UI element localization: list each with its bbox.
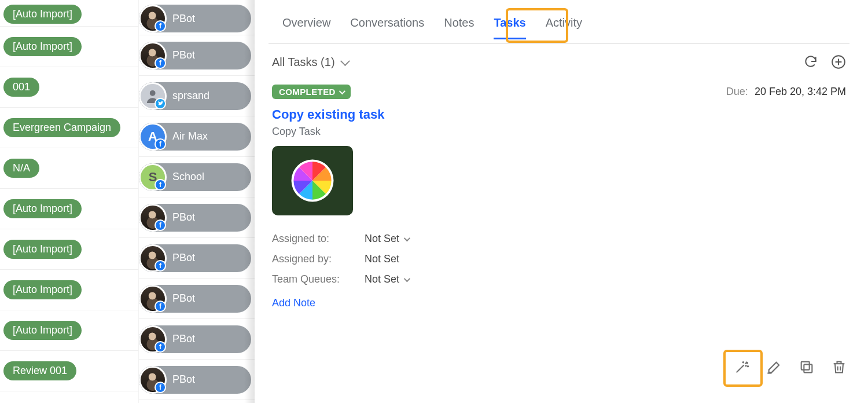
add-task-button[interactable]	[831, 54, 846, 69]
contact-label: PBot	[172, 49, 195, 61]
contact-label: Air Max	[172, 130, 208, 142]
contact-row[interactable]: sprsand	[139, 76, 255, 116]
plus-circle-icon	[831, 54, 846, 69]
contact-pill: fPBot	[139, 366, 251, 394]
due-label: Due:	[726, 86, 748, 97]
facebook-badge-icon: f	[155, 219, 166, 231]
tag-row[interactable]: Review 001	[0, 351, 138, 391]
facebook-badge-icon: f	[155, 301, 166, 312]
contact-pill: AfAir Max	[139, 123, 251, 151]
copy-button[interactable]	[799, 359, 815, 375]
add-note-link[interactable]: Add Note	[272, 297, 846, 309]
contact-label: PBot	[172, 333, 195, 345]
tag-row[interactable]: Evergreen Campaign	[0, 108, 138, 148]
tag-row[interactable]: [Auto Import]	[0, 270, 138, 310]
svg-rect-7	[804, 364, 812, 372]
avatar: f	[139, 325, 167, 353]
tag-row[interactable]: 001	[0, 67, 138, 108]
assigned-to-dropdown[interactable]: Not Set	[365, 233, 846, 245]
contact-pill: sprsand	[139, 82, 251, 110]
task-actions	[734, 359, 847, 375]
due-value: 20 Feb 20, 3:42 PM	[755, 86, 846, 97]
tab-activity[interactable]: Activity	[546, 16, 582, 39]
tag-pill: Review 001	[3, 361, 76, 380]
tag-pill: Evergreen Campaign	[3, 118, 120, 137]
contact-row[interactable]: fPBot	[139, 360, 255, 400]
avatar: f	[139, 366, 167, 394]
chevron-down-icon	[404, 275, 410, 281]
contact-row[interactable]: fPBot	[139, 279, 255, 319]
contact-row[interactable]: fPBot	[139, 319, 255, 360]
tag-pill: [Auto Import]	[3, 37, 82, 56]
task-status-dropdown[interactable]: COMPLETED	[272, 85, 351, 99]
tasks-filter-label: All Tasks (1)	[272, 56, 335, 69]
avatar: f	[139, 285, 167, 313]
facebook-badge-icon: f	[155, 138, 166, 150]
contact-pill: fPBot	[139, 5, 251, 32]
task-thumbnail[interactable]	[272, 146, 353, 215]
citrus-icon	[280, 153, 345, 208]
contact-label: PBot	[172, 13, 195, 25]
tags-column: [Auto Import][Auto Import]001Evergreen C…	[0, 0, 139, 403]
delete-button[interactable]	[831, 359, 847, 375]
tag-pill: [Auto Import]	[3, 5, 82, 24]
contact-row[interactable]: AfAir Max	[139, 116, 255, 157]
facebook-badge-icon: f	[155, 341, 166, 353]
tag-row[interactable]: N/A	[0, 148, 138, 189]
tasks-toolbar: All Tasks (1)	[269, 44, 849, 80]
task-detail-pane: Overview Conversations Notes Tasks Activ…	[255, 0, 868, 403]
tasks-filter-dropdown[interactable]: All Tasks (1)	[272, 56, 348, 69]
tag-pill: N/A	[3, 159, 39, 178]
tag-row[interactable]: [Auto Import]	[0, 229, 138, 270]
tag-pill: [Auto Import]	[3, 199, 82, 218]
team-queues-dropdown[interactable]: Not Set	[365, 273, 846, 285]
avatar: Sf	[139, 163, 167, 191]
contact-row[interactable]: SfSchool	[139, 157, 255, 197]
team-queues-label: Team Queues:	[272, 273, 365, 285]
tab-overview[interactable]: Overview	[282, 16, 330, 39]
facebook-badge-icon: f	[155, 179, 166, 190]
chevron-down-icon	[404, 235, 410, 241]
facebook-badge-icon: f	[155, 260, 166, 272]
assigned-to-value: Not Set	[365, 233, 399, 245]
tag-row[interactable]: [Auto Import]	[0, 310, 138, 351]
facebook-badge-icon: f	[155, 382, 166, 393]
tab-notes[interactable]: Notes	[444, 16, 474, 39]
contacts-column: fPBotfPBotsprsandAfAir MaxSfSchoolfPBotf…	[139, 0, 255, 403]
magic-wand-icon	[734, 359, 750, 375]
assigned-by-label: Assigned by:	[272, 253, 365, 265]
edit-button[interactable]	[766, 359, 782, 375]
refresh-button[interactable]	[803, 54, 818, 69]
tag-pill: [Auto Import]	[3, 321, 82, 340]
assigned-by-value: Not Set	[365, 253, 846, 265]
avatar	[139, 82, 167, 110]
task-subtitle: Copy Task	[272, 126, 846, 138]
task-card: COMPLETED Due: 20 Feb 20, 3:42 PM Copy e…	[269, 80, 849, 314]
svg-point-5	[743, 362, 744, 362]
task-status-label: COMPLETED	[279, 87, 336, 97]
chevron-down-icon	[340, 56, 350, 66]
pencil-icon	[766, 359, 782, 375]
svg-rect-8	[801, 362, 810, 370]
contact-pill: fPBot	[139, 325, 251, 353]
tab-conversations[interactable]: Conversations	[350, 16, 424, 39]
svg-point-6	[748, 366, 748, 367]
svg-point-4	[747, 362, 748, 363]
contact-row[interactable]: fPBot	[139, 5, 255, 35]
tag-row[interactable]: [Auto Import]	[0, 27, 138, 67]
magic-wand-button[interactable]	[734, 359, 750, 375]
task-title-link[interactable]: Copy existing task	[272, 107, 846, 122]
contact-pill: fPBot	[139, 42, 251, 69]
contact-label: PBot	[172, 373, 195, 386]
detail-tabs: Overview Conversations Notes Tasks Activ…	[269, 0, 849, 44]
refresh-icon	[803, 54, 818, 69]
contact-row[interactable]: fPBot	[139, 35, 255, 76]
contact-label: PBot	[172, 211, 195, 224]
contact-row[interactable]: fPBot	[139, 238, 255, 279]
tab-tasks[interactable]: Tasks	[494, 16, 525, 39]
contact-row[interactable]: fPBot	[139, 197, 255, 238]
trash-icon	[831, 359, 847, 375]
twitter-badge-icon	[155, 98, 166, 109]
tag-row[interactable]: [Auto Import]	[0, 189, 138, 229]
tag-row[interactable]: [Auto Import]	[0, 5, 138, 27]
